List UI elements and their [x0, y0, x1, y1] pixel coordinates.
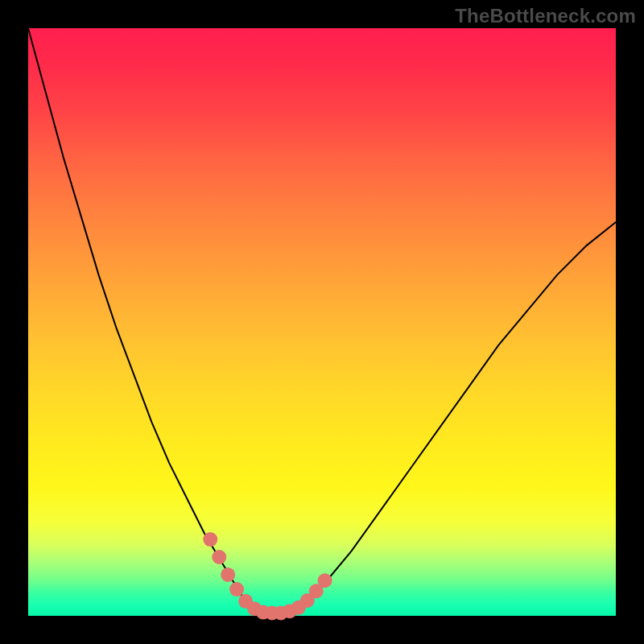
watermark-text: TheBottleneck.com: [455, 5, 636, 27]
marker-point: [318, 573, 332, 588]
plot-area: [28, 28, 616, 616]
marker-point: [229, 582, 244, 597]
curve-layer: [28, 28, 616, 616]
marker-group: [203, 532, 332, 620]
bottleneck-curve-right: [299, 222, 616, 610]
marker-point: [203, 532, 217, 547]
bottleneck-curve-left: [28, 28, 251, 610]
marker-point: [221, 568, 235, 582]
marker-point: [212, 550, 226, 564]
chart-frame: TheBottleneck.com: [0, 0, 644, 644]
